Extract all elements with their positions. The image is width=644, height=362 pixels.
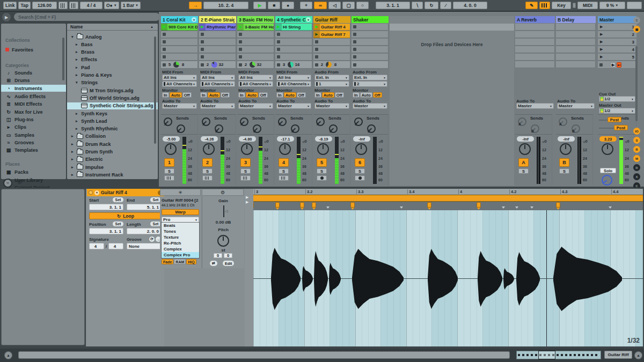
clip-overview[interactable] [516,351,601,359]
sidebar-item-instruments[interactable]: ◔Instruments [1,85,66,92]
collapse-arrow-icon[interactable]: ▸ [76,112,79,116]
empty-clip-slot[interactable] [275,31,312,38]
empty-clip-slot[interactable] [275,54,312,61]
collapse-arrow-icon[interactable]: ▸ [76,42,79,47]
stop-all-clips-icon[interactable] [599,63,603,67]
cue-out-select[interactable]: 1/2▼ [599,96,635,102]
clip-stop-icon[interactable] [353,63,356,67]
clip-stop-icon[interactable] [201,40,204,43]
clip-stop-icon[interactable] [201,55,204,58]
loop-length-field[interactable]: 2. 0. 0 [127,228,161,234]
back-to-arrangement-session-icon[interactable]: ▮▸ [610,62,616,68]
track-activator[interactable]: 2 [202,158,213,167]
scene-launch-icon[interactable]: ▶ [600,40,603,44]
loop-switch[interactable]: ↻ [425,2,438,9]
clip-launch-icon[interactable]: ▶ [313,24,320,31]
set-start-button[interactable]: Set [113,197,123,202]
link-button[interactable]: Link [3,2,17,9]
show-r-toggle[interactable]: R [633,146,640,153]
quantization-menu[interactable]: 1 Bar▼ [121,2,141,9]
file-row[interactable]: M Tron Strings.adg [67,87,158,94]
overview-selection[interactable] [538,351,555,359]
track-header[interactable]: 4 Synthetic Ch▼ [275,16,312,23]
volume-field[interactable]: -Inf [558,136,575,142]
return-track-header[interactable]: A Reverb [515,16,555,23]
clip-stop-icon[interactable] [353,33,356,36]
follow-button[interactable]: → [189,2,202,9]
loop-start-marker-icon[interactable]: ▶ [246,200,248,204]
arm-button[interactable] [164,175,174,181]
empty-clip-slot[interactable] [313,54,350,61]
sidebar-item-clips[interactable]: ▸Clips [1,123,66,130]
clip-stop-icon[interactable] [163,40,166,43]
sidebar-item-drums[interactable]: ⊞Drums [1,77,66,84]
monitor-in-button[interactable]: In [276,92,283,98]
monitor-auto-button[interactable]: Auto [322,92,334,98]
solo-button[interactable]: S [355,168,365,174]
track-header[interactable]: 2 E-Piano Straigh [199,16,236,23]
gain-slider-handle[interactable]: ◁ [225,209,228,213]
empty-clip-slot[interactable] [199,46,236,53]
empty-clip-slot[interactable] [199,54,236,61]
file-row[interactable]: ▾Analog [67,33,158,40]
output-select[interactable]: Master▼ [353,103,387,109]
output-select[interactable]: Master▼ [557,103,595,109]
send-a-knob[interactable]: A [316,117,325,126]
track-activator[interactable]: 4 [279,158,289,167]
collapse-arrow-icon[interactable]: ▸ [71,142,75,146]
warp-marker-strip[interactable] [253,202,643,210]
scene-launch-icon[interactable]: ▶ [600,47,603,51]
send-b-knob[interactable]: B [215,124,223,133]
file-row[interactable]: ▸Piano & Keys [67,72,158,79]
empty-clip-slot[interactable] [237,54,274,61]
clip-stop-icon[interactable] [277,55,280,58]
send-a-knob[interactable]: A [202,117,210,126]
clip-launch-icon[interactable]: ▶ [275,24,282,31]
name-column-header[interactable]: Name▲ [67,24,158,31]
show-x-toggle[interactable]: X [633,173,640,180]
collapse-arrow-icon[interactable]: ▸ [71,134,75,138]
nudge-down-button[interactable] [58,2,68,9]
file-row[interactable]: ▸Collision [67,133,158,140]
clip-slot[interactable]: ▶909 Core Kit Di [161,24,198,31]
track-menu-icon[interactable]: ▼ [192,17,196,22]
monitor-auto-button[interactable]: Auto [284,92,296,98]
clip-stop-icon[interactable] [315,48,318,51]
clip-launch-icon[interactable]: ▶ [237,24,244,31]
gain-slider[interactable] [223,205,224,217]
send-b-knob[interactable]: B [531,124,539,133]
empty-clip-slot[interactable] [352,39,389,46]
tempo-field[interactable]: 126.00 [32,2,57,9]
solo-button[interactable]: S [279,168,289,174]
empty-clip-slot[interactable] [275,39,312,46]
groove-edit-icon[interactable]: ⟳ [149,237,155,242]
output-select[interactable]: Master▼ [276,103,311,109]
monitor-off-button[interactable]: Off [221,92,230,98]
output-select[interactable]: Master▼ [516,103,554,109]
pan-knob[interactable] [560,143,572,155]
arm-button[interactable] [279,175,289,181]
arm-button[interactable] [317,175,327,181]
sidebar-item-grooves[interactable]: ≈Grooves [1,139,66,146]
empty-clip-slot[interactable] [352,31,389,38]
show-detail-view-button[interactable]: ▲ [634,351,642,359]
collapse-arrow-icon[interactable]: ▸ [76,73,79,77]
solo-button[interactable]: S [164,168,174,174]
start-marker-icon[interactable]: ▶ [246,195,248,200]
cue-volume-knob[interactable] [602,175,612,186]
empty-clip-slot[interactable] [161,46,198,53]
solo-button[interactable]: S [559,168,569,174]
output-select[interactable]: Master▼ [200,103,235,109]
track-activator[interactable]: 5 [317,158,327,167]
collapse-arrow-icon[interactable]: ▸ [76,57,79,62]
file-row[interactable]: ▾Strings [67,79,158,86]
pitch-knob[interactable] [217,235,229,247]
transient-marker[interactable] [400,206,403,209]
track-header[interactable]: Guitar Riff [313,16,350,23]
clip-launch-icon[interactable]: ▶ [313,31,320,38]
sidebar-scrollbar[interactable] [62,38,64,80]
monitor-auto-button[interactable]: Auto [208,92,220,98]
monitor-auto-button[interactable]: Auto [246,92,258,98]
transient-marker[interactable] [326,206,330,209]
clip-slot[interactable]: ▶Hi String [275,24,312,31]
